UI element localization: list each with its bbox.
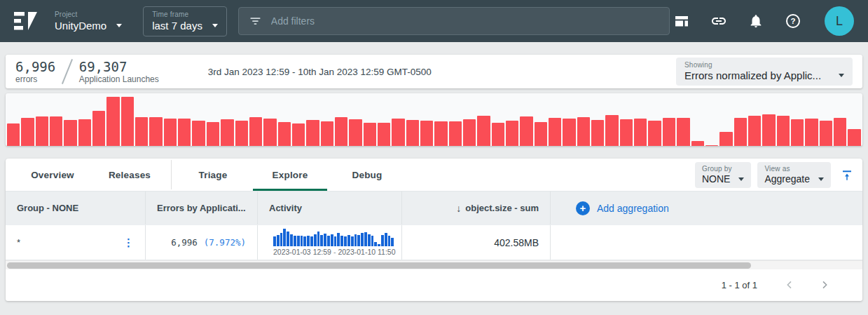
row-menu-icon[interactable]: ⋮ [123,237,134,248]
tab-debug[interactable]: Debug [329,159,406,191]
bar [280,233,283,247]
bar [577,117,590,146]
bar [535,122,547,146]
bar [327,236,330,246]
bar [273,236,276,246]
tab-overview[interactable]: Overview [14,159,91,191]
bar [263,119,276,146]
column-header-object-size[interactable]: ↓ object.size - sum [401,192,550,224]
bar [378,123,390,146]
stats-summary-bar: 6,996 errors 69,307 Application Launches… [6,55,862,88]
bar [663,118,675,146]
bar [164,119,177,146]
bar [391,238,394,247]
bar [762,114,775,147]
activity-sparkline[interactable] [273,229,394,246]
bar [7,123,20,146]
chevron-down-icon [116,24,122,27]
collapse-to-top-button[interactable] [839,167,855,184]
row-empty-cell [550,225,862,260]
bar [605,115,618,146]
notifications-button[interactable] [748,13,764,29]
view-as-selector[interactable]: View as Aggregate [757,162,831,188]
bar [36,116,48,146]
sort-descending-icon: ↓ [456,203,461,214]
page-range-text: 1 - 1 of 1 [722,280,757,290]
launches-count: 69,307 [79,60,159,74]
bar [307,236,310,246]
bar [848,129,860,147]
bar [287,232,289,246]
bar [591,120,604,146]
previous-page-button[interactable] [781,276,798,293]
view-as-label: View as [764,165,824,173]
bar [748,116,761,146]
column-header-group[interactable]: Group - NONE [6,192,145,224]
bar [249,117,262,146]
user-avatar[interactable]: L [825,6,854,36]
bar [719,132,732,146]
tab-explore[interactable]: Explore [252,159,329,191]
bar [378,244,380,246]
date-range-text: 3rd Jan 2023 12:59 - 10th Jan 2023 12:59… [208,67,432,77]
tab-bar: Overview Releases Triage Explore Debug G… [6,159,862,191]
project-value: UnityDemo [55,20,106,32]
bell-icon [748,13,764,29]
showing-value: Errors normalized by Applic... [684,69,821,81]
dashboards-button[interactable] [673,13,690,29]
bar [492,123,504,146]
activity-caption: 2023-01-03 12:59-2023-01-10 11:50 [273,248,396,256]
bar [121,97,134,146]
bar [385,233,387,247]
bar [349,119,361,147]
errors-label: errors [15,74,55,84]
share-link-button[interactable] [710,13,727,29]
group-by-label: Group by [702,165,744,173]
bar [347,235,350,246]
bar [777,116,790,146]
column-header-errors[interactable]: Errors by Applicati... [145,192,257,224]
stat-divider [62,59,73,84]
group-by-selector[interactable]: Group by NONE [695,162,751,188]
showing-selector[interactable]: Showing Errors normalized by Applic... [676,58,853,86]
column-header-add-aggregation: + Add aggregation [550,192,862,224]
pagination: 1 - 1 of 1 [6,269,862,300]
bar [334,236,337,246]
add-filters-input[interactable] [271,15,659,27]
align-top-icon [841,169,853,182]
group-by-value: NONE [702,173,730,185]
tab-divider [171,160,172,189]
bar [620,119,633,147]
bar [388,236,391,247]
help-button[interactable]: ? [785,13,801,29]
bar [64,120,76,146]
bar [301,236,303,247]
errors-histogram-card [6,93,862,146]
column-header-activity[interactable]: Activity [257,192,401,224]
table-row[interactable]: * ⋮ 6,996 (7.972%) 2023-01-03 12:59-2023… [6,224,862,260]
chevron-down-icon [212,24,218,27]
bar [303,236,306,246]
link-icon [710,13,727,29]
bar [549,118,561,146]
bar [277,235,280,246]
errors-stat: 6,996 errors [15,60,55,84]
bar [321,121,333,146]
bar [337,233,340,246]
bar [677,118,689,146]
bar [371,236,374,246]
filters-bar[interactable] [238,7,670,35]
bar [506,121,518,146]
add-aggregation-button[interactable]: + Add aggregation [562,201,669,215]
project-selector[interactable]: Project UnityDemo [55,11,122,32]
scrollbar-thumb[interactable] [7,262,751,269]
next-page-button[interactable] [816,276,833,293]
bar [290,234,293,246]
errors-histogram[interactable] [7,97,861,146]
tab-releases[interactable]: Releases [91,159,168,191]
tab-triage[interactable]: Triage [174,159,252,191]
project-label: Project [55,11,122,18]
bar [344,236,347,246]
timeframe-selector[interactable]: Time frame last 7 days [143,6,227,36]
bar [340,236,343,247]
